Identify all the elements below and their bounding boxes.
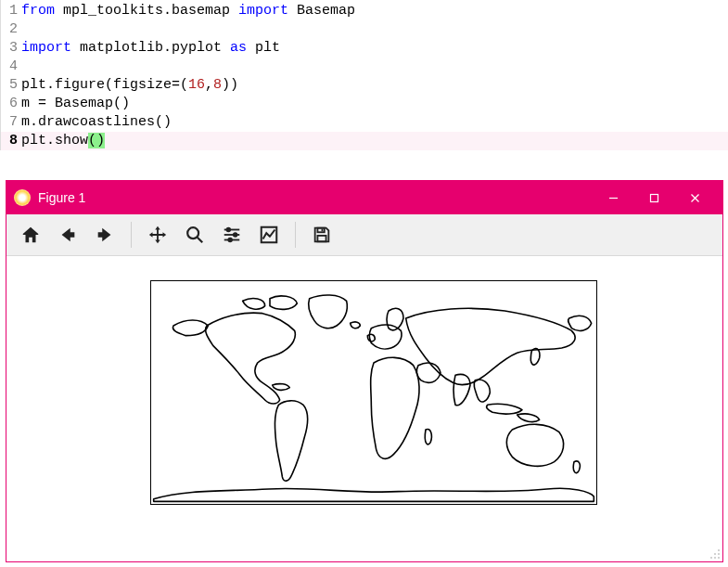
figure-toolbar <box>6 214 722 256</box>
home-button[interactable] <box>12 217 49 252</box>
line-number: 2 <box>1 20 21 39</box>
code-line[interactable]: 3import matplotlib.pyplot as plt <box>1 39 728 58</box>
svg-point-18 <box>718 553 720 555</box>
code-text[interactable]: plt.figure(figsize=(16,8)) <box>21 76 238 95</box>
resize-grip-icon[interactable] <box>708 547 721 560</box>
code-text[interactable]: import matplotlib.pyplot as plt <box>21 39 280 58</box>
line-number: 3 <box>1 39 21 58</box>
minimize-button[interactable] <box>593 181 633 214</box>
svg-rect-13 <box>317 228 324 233</box>
back-button[interactable] <box>49 217 86 252</box>
code-text[interactable]: m.drawcoastlines() <box>21 113 172 132</box>
svg-point-16 <box>718 549 720 551</box>
svg-point-19 <box>710 557 712 559</box>
code-line[interactable]: 7m.drawcoastlines() <box>1 113 728 132</box>
titlebar[interactable]: Figure 1 <box>6 181 722 214</box>
code-line[interactable]: 8plt.show() <box>1 132 728 150</box>
pan-button[interactable] <box>139 217 176 252</box>
svg-point-10 <box>234 233 237 237</box>
code-line[interactable]: 1from mpl_toolkits.basemap import Basema… <box>1 2 728 20</box>
map-plot <box>150 280 597 505</box>
code-text[interactable]: m = Basemap() <box>21 95 130 113</box>
zoom-button[interactable] <box>176 217 213 252</box>
edit-button[interactable] <box>250 217 287 252</box>
code-text[interactable]: plt.show() <box>21 132 105 150</box>
svg-line-5 <box>198 238 203 243</box>
code-line[interactable]: 4 <box>1 58 728 76</box>
forward-button[interactable] <box>86 217 123 252</box>
line-number: 8 <box>1 132 21 150</box>
figure-window: Figure 1 <box>6 180 723 562</box>
code-line[interactable]: 6m = Basemap() <box>1 95 728 113</box>
code-text[interactable]: from mpl_toolkits.basemap import Basemap <box>21 2 355 20</box>
line-number: 4 <box>1 58 21 76</box>
subplots-button[interactable] <box>213 217 250 252</box>
line-number: 5 <box>1 76 21 95</box>
code-line[interactable]: 2 <box>1 20 728 39</box>
svg-rect-14 <box>317 236 326 241</box>
figure-canvas[interactable] <box>6 256 722 561</box>
svg-point-21 <box>718 557 720 559</box>
maximize-button[interactable] <box>633 181 674 214</box>
line-number: 7 <box>1 113 21 132</box>
code-editor[interactable]: 1from mpl_toolkits.basemap import Basema… <box>0 0 728 150</box>
window-title: Figure 1 <box>38 190 593 205</box>
svg-point-4 <box>187 227 198 238</box>
svg-point-9 <box>227 228 231 232</box>
svg-point-20 <box>714 557 716 559</box>
matplotlib-icon <box>14 189 31 206</box>
close-button[interactable] <box>674 181 715 214</box>
svg-point-11 <box>228 238 232 242</box>
svg-point-17 <box>714 553 716 555</box>
line-number: 6 <box>1 95 21 113</box>
save-button[interactable] <box>303 217 340 252</box>
line-number: 1 <box>1 2 21 20</box>
svg-rect-1 <box>650 194 658 201</box>
code-line[interactable]: 5plt.figure(figsize=(16,8)) <box>1 76 728 95</box>
